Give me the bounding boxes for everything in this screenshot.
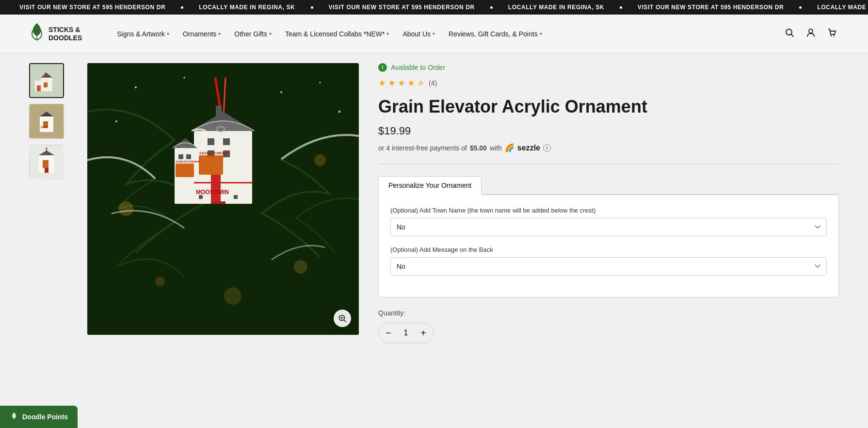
svg-rect-24	[45, 168, 48, 173]
quantity-value: 1	[398, 329, 414, 337]
thumbnail-3[interactable]	[29, 145, 64, 180]
svg-line-4	[791, 34, 794, 37]
svg-rect-47	[178, 154, 183, 159]
cart-button[interactable]	[825, 26, 839, 42]
sezzle-rainbow-icon: 🌈	[505, 143, 514, 152]
option-back-message: (Optional) Add Message on the Back No Ye…	[390, 246, 827, 276]
zoom-button[interactable]	[334, 310, 351, 327]
svg-rect-40	[208, 138, 214, 145]
review-count[interactable]: (4)	[429, 79, 437, 87]
account-button[interactable]	[804, 26, 818, 42]
svg-point-7	[834, 35, 835, 36]
availability-text: Available to Order	[391, 64, 445, 71]
svg-text:SASKATCHEWAN: SASKATCHEWAN	[176, 160, 200, 163]
nav-reviews-points[interactable]: Reviews, Gift Cards, & Points ▾	[443, 26, 548, 42]
sezzle-info-icon[interactable]: ℹ	[543, 144, 551, 152]
product-tab-bar: Personalize Your Ornament	[378, 176, 839, 195]
svg-point-28	[314, 154, 326, 166]
quantity-control: − 1 +	[378, 323, 434, 343]
quantity-increase-button[interactable]: +	[414, 323, 433, 343]
nav-ornaments[interactable]: Ornaments ▾	[177, 26, 226, 42]
main-nav: Signs & Artwork ▾ Ornaments ▾ Other Gift…	[111, 26, 763, 42]
svg-rect-48	[186, 154, 191, 159]
svg-point-56	[135, 86, 137, 88]
svg-point-58	[280, 91, 282, 93]
svg-point-59	[320, 82, 321, 83]
svg-point-27	[119, 201, 133, 216]
svg-rect-38	[216, 106, 222, 116]
svg-rect-45	[199, 155, 223, 175]
quantity-decrease-button[interactable]: −	[379, 323, 398, 343]
quantity-label: Quantity:	[378, 309, 839, 317]
announcement-dot-1	[181, 6, 183, 9]
svg-rect-49	[176, 164, 194, 177]
svg-point-60	[338, 111, 341, 113]
tab-personalize[interactable]: Personalize Your Ornament	[378, 176, 482, 195]
svg-rect-23	[43, 160, 48, 168]
svg-rect-12	[44, 82, 48, 87]
chevron-down-icon: ▾	[167, 31, 169, 36]
announcement-text-6: LOCALLY MADE IN REGINA, SK	[817, 4, 868, 11]
sezzle-logo[interactable]: sezzle	[517, 144, 540, 152]
announcement-text-5: VISIT OUR NEW STORE AT 595 HENDERSON DR	[638, 4, 784, 11]
thumbnail-2[interactable]: SASK	[29, 104, 64, 139]
product-price: $19.99	[378, 125, 839, 137]
doodle-icon	[10, 412, 18, 422]
announcement-scroll: VISIT OUR NEW STORE AT 595 HENDERSON DR …	[0, 4, 868, 11]
svg-rect-53	[199, 195, 203, 199]
option-back-message-label: (Optional) Add Message on the Back	[390, 246, 827, 253]
nav-about-us[interactable]: About Us ▾	[397, 26, 441, 42]
star-half: ★	[417, 78, 425, 88]
svg-point-61	[115, 120, 117, 122]
option-back-message-select[interactable]: No Yes	[390, 257, 827, 276]
nav-team-collabs[interactable]: Team & Licensed Collabs *NEW* ▾	[279, 26, 395, 42]
svg-point-29	[224, 287, 241, 305]
logo[interactable]: STICKS & DOODLES	[29, 22, 82, 45]
sezzle-payment-info: or 4 interest-free payments of $5.00 wit…	[378, 143, 839, 165]
svg-point-30	[155, 277, 165, 286]
announcement-text-2: LOCALLY MADE IN REGINA, SK	[199, 4, 295, 11]
announcement-text-3: VISIT OUR NEW STORE AT 595 HENDERSON DR	[329, 4, 475, 11]
announcement-text-1: VISIT OUR NEW STORE AT 595 HENDERSON DR	[19, 4, 165, 11]
announcement-dot-5	[799, 6, 802, 9]
thumbnail-1[interactable]	[29, 63, 64, 98]
star-2: ★	[388, 78, 396, 88]
doodle-points-badge[interactable]: Doodle Points	[0, 406, 78, 428]
search-button[interactable]	[783, 26, 796, 42]
svg-rect-14	[45, 73, 46, 77]
chevron-down-icon: ▾	[540, 31, 542, 36]
svg-point-5	[809, 29, 813, 33]
svg-line-63	[344, 320, 346, 322]
site-header: STICKS & DOODLES Signs & Artwork ▾ Ornam…	[0, 15, 868, 53]
main-content: SASK	[0, 53, 868, 428]
svg-rect-54	[234, 195, 238, 199]
sezzle-with: with	[490, 144, 502, 152]
option-town-name-label: (Optional) Add Town Name (the town name …	[390, 207, 827, 214]
header-icons	[783, 26, 839, 42]
star-4: ★	[407, 78, 415, 88]
chevron-down-icon: ▾	[218, 31, 221, 36]
svg-point-6	[831, 35, 832, 36]
chevron-down-icon: ▾	[386, 31, 389, 36]
chevron-down-icon: ▾	[433, 31, 435, 36]
star-1: ★	[378, 78, 386, 88]
nav-signs-artwork[interactable]: Signs & Artwork ▾	[111, 26, 175, 42]
announcement-dot-3	[490, 6, 493, 9]
announcement-bar: VISIT OUR NEW STORE AT 595 HENDERSON DR …	[0, 0, 868, 15]
chevron-down-icon: ▾	[269, 31, 272, 36]
option-town-name-select[interactable]: No Yes	[390, 218, 827, 236]
svg-point-31	[294, 260, 307, 274]
svg-text:MOOSOMIN: MOOSOMIN	[196, 189, 229, 196]
svg-text:SASK: SASK	[41, 126, 48, 129]
nav-other-gifts[interactable]: Other Gifts ▾	[228, 26, 277, 42]
quantity-section: Quantity: − 1 +	[378, 309, 839, 343]
product-rating: ★ ★ ★ ★ ★ (4)	[378, 78, 839, 88]
star-3: ★	[398, 78, 405, 88]
logo-text: STICKS & DOODLES	[48, 26, 82, 42]
availability-indicator	[378, 63, 387, 72]
image-placeholder: SASKATCHEWAN SASKATCHEWAN MOOSOMIN	[87, 63, 359, 335]
svg-rect-41	[223, 138, 230, 145]
product-main-image: SASKATCHEWAN SASKATCHEWAN MOOSOMIN	[87, 63, 359, 335]
product-thumbnails: SASK	[29, 53, 68, 412]
svg-rect-39	[194, 182, 252, 183]
